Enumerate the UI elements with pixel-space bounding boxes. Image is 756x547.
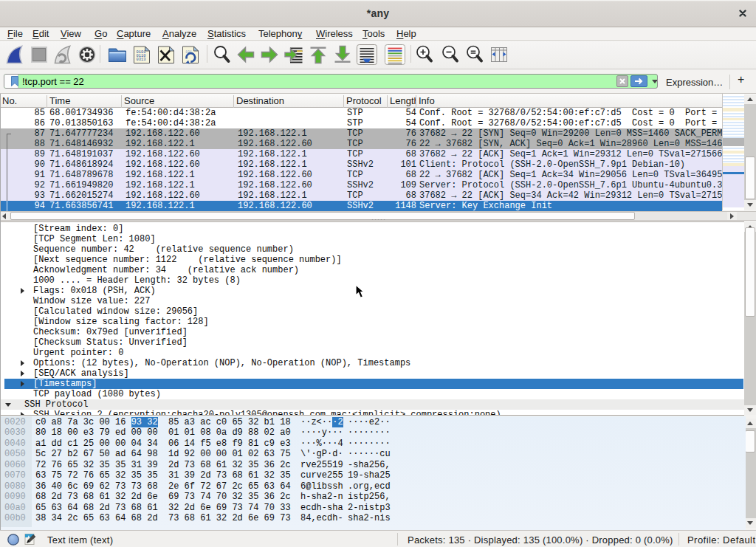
svg-text:0313: 0313 [137, 58, 146, 62]
